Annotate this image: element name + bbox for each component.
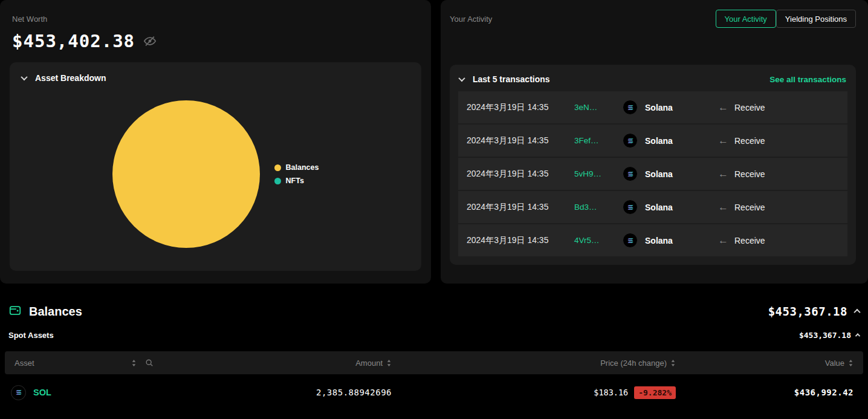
transaction-row[interactable]: 2024年3月19日 14:35 Bd3… Solana	[458, 191, 847, 223]
asset-breakdown-chart: Balances NFTs	[10, 90, 421, 258]
balances-section: Balances $453,367.18 Spot Assets $453,36…	[0, 288, 868, 419]
legend-item-balances[interactable]: Balances	[274, 163, 319, 172]
asset-column-header[interactable]: Asset	[15, 359, 34, 368]
net-worth-panel: Net Worth $453,402.38 Asset Breakd	[0, 0, 431, 284]
activity-panel-label: Your Activity	[450, 15, 492, 24]
asset-amount: 2,385.88942696	[316, 388, 392, 397]
tx-date: 2024年3月19日 14:35	[467, 135, 574, 146]
solana-icon	[623, 200, 638, 215]
top-section: Net Worth $453,402.38 Asset Breakd	[0, 0, 868, 288]
tx-hash-link[interactable]: 5vH9…	[574, 169, 623, 178]
transaction-row[interactable]: 2024年3月19日 14:35 3Fef… Solana	[458, 125, 847, 157]
net-worth-block: Net Worth $453,402.38	[10, 10, 421, 51]
sort-icon[interactable]	[131, 359, 137, 367]
sort-icon[interactable]	[386, 359, 392, 367]
last-transactions-title: Last 5 transactions	[473, 74, 550, 84]
net-worth-value: $453,402.38	[12, 31, 135, 51]
balances-total: $453,367.18	[768, 305, 847, 318]
net-worth-label: Net Worth	[12, 15, 419, 24]
legend-label: Balances	[286, 163, 319, 172]
solana-icon	[623, 133, 638, 148]
receive-arrow-icon: ←	[718, 202, 728, 212]
receive-arrow-icon: ←	[718, 102, 728, 112]
receive-arrow-icon: ←	[718, 235, 728, 245]
asset-breakdown-card: Asset Breakdown Balances NFTs	[10, 62, 421, 271]
balances-title: Balances	[29, 305, 82, 319]
tx-hash-link[interactable]: 3Fef…	[574, 136, 623, 145]
tx-type-label: Receive	[734, 203, 765, 212]
nfts-color-dot	[274, 178, 281, 184]
tx-hash-link[interactable]: 4Vr5…	[574, 236, 623, 245]
table-row[interactable]: SOL 2,385.88942696 $183.16 -9.282% $436,…	[5, 375, 863, 409]
solana-icon	[623, 166, 638, 181]
spot-assets-label: Spot Assets	[8, 331, 54, 340]
pie-legend: Balances NFTs	[274, 163, 319, 185]
asset-symbol[interactable]: SOL	[33, 388, 51, 397]
price-column-header[interactable]: Price (24h change)	[600, 359, 667, 368]
last-transactions-card: Last 5 transactions See all transactions…	[450, 65, 856, 265]
transaction-row[interactable]: 2024年3月19日 14:35 5vH9… Solana	[458, 158, 847, 190]
tx-chain-name: Solana	[645, 103, 673, 112]
assets-table-header: Asset Amount Price (24h ch	[5, 351, 863, 374]
asset-price: $183.16	[594, 388, 628, 397]
transaction-row[interactable]: 2024年3月19日 14:35 3eN… Solana	[458, 91, 847, 123]
search-icon[interactable]	[145, 359, 154, 367]
legend-label: NFTs	[286, 177, 304, 185]
tx-date: 2024年3月19日 14:35	[467, 102, 574, 113]
sort-icon[interactable]	[670, 359, 676, 367]
transaction-list: 2024年3月19日 14:35 3eN… Solana	[450, 91, 856, 256]
activity-panel: Your Activity Your Activity Yielding Pos…	[441, 0, 868, 284]
asset-breakdown-title: Asset Breakdown	[35, 73, 106, 83]
wallet-icon	[8, 304, 22, 319]
pie-chart	[112, 100, 260, 248]
spot-assets-total: $453,367.18	[799, 331, 851, 340]
tx-date: 2024年3月19日 14:35	[467, 235, 574, 246]
tx-date: 2024年3月19日 14:35	[467, 169, 574, 180]
tx-chain-name: Solana	[645, 169, 673, 179]
tx-type-label: Receive	[734, 136, 765, 146]
balances-color-dot	[274, 164, 281, 171]
receive-arrow-icon: ←	[718, 135, 728, 146]
tab-your-activity[interactable]: Your Activity	[716, 10, 776, 28]
activity-tabs: Your Activity Yielding Positions	[716, 10, 856, 28]
tab-yielding-positions[interactable]: Yielding Positions	[776, 10, 856, 28]
sort-icon[interactable]	[848, 359, 853, 367]
solana-icon	[623, 100, 638, 115]
tx-type-label: Receive	[734, 103, 765, 112]
see-all-transactions-link[interactable]: See all transactions	[769, 75, 846, 84]
asset-value: $436,992.42	[794, 388, 863, 397]
tx-date: 2024年3月19日 14:35	[467, 202, 574, 213]
transaction-row[interactable]: 2024年3月19日 14:35 4Vr5… Solana	[458, 224, 847, 256]
balances-collapse-toggle[interactable]: $453,367.18	[768, 305, 860, 318]
tx-hash-link[interactable]: Bd3…	[574, 203, 623, 212]
tx-chain-name: Solana	[645, 136, 673, 146]
chevron-down-icon[interactable]	[458, 75, 465, 82]
value-column-header[interactable]: Value	[825, 359, 844, 368]
tx-chain-name: Solana	[645, 236, 673, 245]
tx-type-label: Receive	[734, 236, 765, 245]
receive-arrow-icon: ←	[718, 169, 728, 179]
portfolio-dashboard: Net Worth $453,402.38 Asset Breakd	[0, 0, 868, 419]
chevron-up-icon[interactable]	[853, 309, 860, 316]
chevron-up-icon[interactable]	[855, 333, 860, 338]
solana-icon	[623, 233, 638, 248]
spot-assets-collapse-toggle[interactable]: $453,367.18	[799, 331, 860, 340]
tx-chain-name: Solana	[645, 203, 673, 212]
legend-item-nfts[interactable]: NFTs	[274, 177, 319, 185]
tx-hash-link[interactable]: 3eN…	[574, 103, 623, 112]
amount-column-header[interactable]: Amount	[355, 359, 383, 368]
price-change-badge: -9.282%	[634, 386, 676, 399]
solana-icon	[11, 385, 26, 400]
chevron-down-icon[interactable]	[21, 74, 27, 80]
tx-type-label: Receive	[734, 169, 765, 179]
hide-balance-eye-icon[interactable]	[143, 34, 157, 48]
